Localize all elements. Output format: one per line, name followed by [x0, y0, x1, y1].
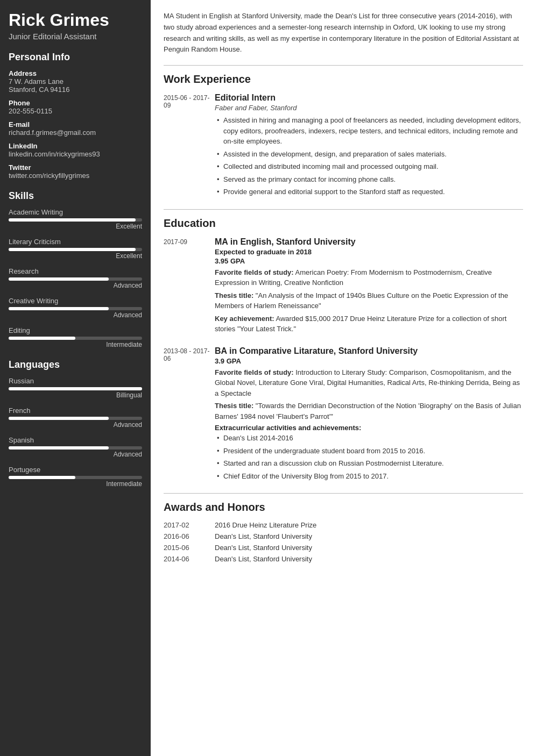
email-value: richard.f.grimes@gmail.com — [9, 129, 142, 137]
work-bullets: Assisted in hiring and managing a pool o… — [215, 115, 523, 197]
language-bar-bg — [9, 417, 142, 420]
divider-work — [164, 65, 523, 66]
bullet-item: President of the undergraduate student b… — [215, 446, 523, 457]
award-text: 2016 Drue Heinz Literature Prize — [215, 521, 316, 529]
phone-block: Phone 202-555-0115 — [9, 99, 142, 115]
skill-block: Academic Writing Excellent — [9, 208, 142, 230]
language-bar-fill — [9, 417, 109, 420]
language-block: French Advanced — [9, 406, 142, 429]
skill-bar-bg — [9, 248, 142, 251]
main-content: MA Student in English at Stanford Univer… — [151, 0, 536, 756]
skill-bar-bg — [9, 337, 142, 340]
language-name: Spanish — [9, 436, 142, 444]
work-experience-heading: Work Experience — [164, 73, 523, 85]
phone-value: 202-555-0115 — [9, 107, 142, 115]
language-block: Russian Billingual — [9, 377, 142, 399]
twitter-value: twitter.com/rickyfillygrimes — [9, 172, 142, 180]
language-bar-fill — [9, 446, 109, 450]
award-row: 2014-06 Dean's List, Stanford University — [164, 555, 523, 563]
language-bar-fill — [9, 476, 75, 479]
bullet-item: Assisted in hiring and managing a pool o… — [215, 115, 523, 147]
language-bar-bg — [9, 446, 142, 450]
work-entry: 2015-06 - 2017-09 Editorial Intern Faber… — [164, 93, 523, 199]
edu-key: Key achievement: Awarded $15,000 2017 Dr… — [215, 313, 523, 334]
skill-name: Literary Criticism — [9, 238, 142, 246]
bullet-item: Started and ran a discussion club on Rus… — [215, 458, 523, 469]
address-block: Address 7 W. Adams Lane Stanford, CA 941… — [9, 69, 142, 94]
email-block: E-mail richard.f.grimes@gmail.com — [9, 120, 142, 137]
divider-awards — [164, 493, 523, 494]
language-level: Advanced — [9, 451, 142, 458]
language-level: Billingual — [9, 391, 142, 399]
skill-bar-bg — [9, 307, 142, 310]
award-text: Dean's List, Stanford University — [215, 544, 312, 552]
language-block: Spanish Advanced — [9, 436, 142, 458]
skill-level: Intermediate — [9, 341, 142, 348]
email-label: E-mail — [9, 120, 142, 129]
award-date: 2014-06 — [164, 555, 215, 563]
language-bar-bg — [9, 476, 142, 479]
edu-date: 2017-09 — [164, 237, 215, 337]
education-heading: Education — [164, 217, 523, 230]
award-row: 2015-06 Dean's List, Stanford University — [164, 544, 523, 552]
language-name: Portugese — [9, 466, 142, 474]
edu-sub1: Expected to graduate in 2018 — [215, 248, 523, 256]
edu-title: MA in English, Stanford University — [215, 237, 523, 247]
address-line1: 7 W. Adams Lane — [9, 77, 142, 85]
language-level: Advanced — [9, 421, 142, 429]
edu-gpa: 3.9 GPA — [215, 357, 523, 365]
edu-body: MA in English, Stanford UniversityExpect… — [215, 237, 523, 337]
skill-name: Academic Writing — [9, 208, 142, 216]
bullet-item: Chief Editor of the University Blog from… — [215, 471, 523, 482]
skill-bar-bg — [9, 277, 142, 281]
language-bar-bg — [9, 387, 142, 390]
work-entries: 2015-06 - 2017-09 Editorial Intern Faber… — [164, 93, 523, 199]
personal-info-heading: Personal Info — [9, 52, 142, 63]
award-date: 2017-02 — [164, 521, 215, 529]
work-date: 2015-06 - 2017-09 — [164, 93, 215, 199]
linkedin-block: LinkedIn linkedin.com/in/rickygrimes93 — [9, 142, 142, 158]
language-block: Portugese Intermediate — [9, 466, 142, 488]
skill-name: Creative Writing — [9, 297, 142, 305]
education-entry: 2017-09 MA in English, Stanford Universi… — [164, 237, 523, 337]
skill-name: Editing — [9, 326, 142, 334]
awards-list: 2017-02 2016 Drue Heinz Literature Prize… — [164, 521, 523, 563]
language-name: Russian — [9, 377, 142, 385]
skills-list: Academic Writing Excellent Literary Crit… — [9, 208, 142, 348]
languages-list: Russian Billingual French Advanced Spani… — [9, 377, 142, 488]
skill-level: Excellent — [9, 223, 142, 230]
skill-block: Literary Criticism Excellent — [9, 238, 142, 260]
bullet-item: Collected and distributed incoming mail … — [215, 161, 523, 172]
twitter-block: Twitter twitter.com/rickyfillygrimes — [9, 163, 142, 180]
award-row: 2016-06 Dean's List, Stanford University — [164, 532, 523, 540]
bullet-item: Served as the primary contact for incomi… — [215, 174, 523, 185]
work-title: Editorial Intern — [215, 93, 523, 103]
skill-bar-fill — [9, 248, 136, 251]
twitter-label: Twitter — [9, 163, 142, 172]
linkedin-label: LinkedIn — [9, 142, 142, 150]
language-bar-fill — [9, 387, 142, 390]
skill-level: Excellent — [9, 252, 142, 260]
skill-block: Creative Writing Advanced — [9, 297, 142, 319]
bullet-item: Dean's List 2014-2016 — [215, 433, 523, 444]
awards-heading: Awards and Honors — [164, 501, 523, 513]
skill-bar-bg — [9, 218, 142, 222]
sidebar: Rick Grimes Junior Editorial Assistant P… — [0, 0, 151, 756]
award-text: Dean's List, Stanford University — [215, 532, 312, 540]
divider-education — [164, 209, 523, 210]
edu-extracurricular-heading: Extracurricular activities and achieveme… — [215, 424, 523, 432]
linkedin-value: linkedin.com/in/rickygrimes93 — [9, 150, 142, 158]
skill-bar-fill — [9, 277, 109, 281]
skill-level: Advanced — [9, 311, 142, 319]
edu-gpa: 3.95 GPA — [215, 257, 523, 265]
phone-label: Phone — [9, 99, 142, 107]
skill-block: Editing Intermediate — [9, 326, 142, 348]
work-body: Editorial Intern Faber and Faber, Stanfo… — [215, 93, 523, 199]
edu-date: 2013-08 - 2017-06 — [164, 346, 215, 484]
award-date: 2016-06 — [164, 532, 215, 540]
edu-thesis: Thesis title: "An Analysis of the Impact… — [215, 290, 523, 311]
bullet-item: Provide general and editorial support to… — [215, 187, 523, 197]
education-entry: 2013-08 - 2017-06 BA in Comparative Lita… — [164, 346, 523, 484]
education-entries: 2017-09 MA in English, Stanford Universi… — [164, 237, 523, 484]
award-text: Dean's List, Stanford University — [215, 555, 312, 563]
